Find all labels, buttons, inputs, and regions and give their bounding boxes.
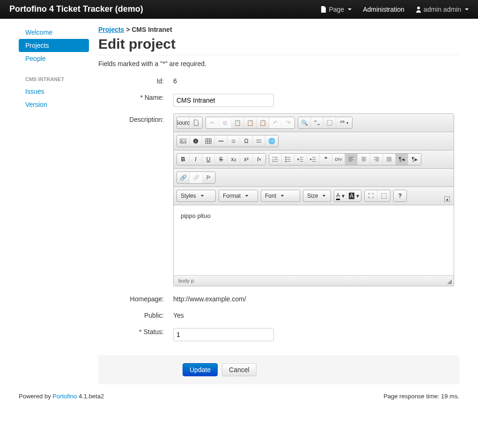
name-input[interactable]: [173, 94, 274, 107]
newpage-icon[interactable]: [190, 117, 202, 128]
maximize-icon[interactable]: ⛶: [365, 190, 377, 202]
hr-icon[interactable]: [215, 135, 228, 147]
svg-point-13: [285, 161, 287, 162]
footer: Powered by Portofino 4.1.beta2 Page resp…: [0, 384, 478, 408]
form-actions: Update Cancel: [98, 355, 459, 384]
sidebar-item-welcome[interactable]: Welcome: [19, 26, 89, 39]
portofino-link[interactable]: Portofino: [52, 393, 77, 400]
nav-user-dropdown[interactable]: admin admin: [416, 6, 469, 13]
brand: Portofino 4 Ticket Tracker (demo): [9, 4, 143, 14]
size-combo[interactable]: Size: [303, 190, 331, 202]
source-button[interactable]: Source: [177, 117, 190, 128]
page-title: Edit project: [98, 36, 459, 55]
bold-icon[interactable]: B: [177, 154, 190, 165]
caret-icon: [465, 8, 469, 10]
cancel-button[interactable]: Cancel: [222, 363, 257, 376]
paste-text-icon[interactable]: 📋: [244, 117, 257, 128]
anchor-icon[interactable]: 🏳: [202, 172, 215, 183]
blockquote-icon[interactable]: ❞: [320, 154, 332, 165]
response-time: Page response time: 19 ms.: [383, 393, 459, 400]
cut-icon[interactable]: ✂: [206, 117, 219, 128]
table-icon[interactable]: [202, 135, 215, 147]
unlink-icon[interactable]: 🔗̸: [190, 172, 202, 183]
editor-elements-path[interactable]: body p: [178, 278, 194, 284]
breadcrumb-current: CMS Intranet: [132, 26, 172, 33]
italic-icon[interactable]: I: [190, 154, 202, 165]
resize-handle-icon[interactable]: [447, 279, 452, 284]
replace-icon[interactable]: [311, 117, 324, 128]
outdent-icon[interactable]: [294, 154, 307, 165]
redo-icon[interactable]: ↷: [282, 117, 294, 128]
svg-point-12: [285, 159, 287, 160]
alignright-icon[interactable]: [370, 154, 383, 165]
nav-page-dropdown[interactable]: Page: [321, 6, 352, 13]
label-homepage: Homepage:: [98, 293, 173, 303]
pagebreak-icon[interactable]: [253, 135, 265, 147]
iframe-icon[interactable]: 🌐: [265, 135, 278, 147]
styles-combo[interactable]: Styles: [176, 190, 216, 202]
showblocks-icon[interactable]: [377, 190, 390, 202]
indent-icon[interactable]: [307, 154, 320, 165]
paste-icon[interactable]: 📋: [231, 117, 244, 128]
svg-rect-7: [206, 139, 211, 144]
flash-icon[interactable]: f: [190, 135, 202, 147]
numberlist-icon[interactable]: 123: [269, 154, 282, 165]
underline-icon[interactable]: U: [202, 154, 215, 165]
rich-text-editor: Source ✂ ⧉ 📋 📋 📋 ↶ ↷: [173, 113, 454, 286]
editor-status-bar: body p: [174, 276, 454, 286]
sidebar-section-header: CMS INTRANET: [19, 74, 89, 85]
sidebar: Welcome Projects People CMS INTRANET Iss…: [19, 26, 89, 384]
bulletlist-icon[interactable]: [282, 154, 294, 165]
format-combo[interactable]: Format: [219, 190, 258, 202]
smiley-icon[interactable]: ☺: [228, 135, 240, 147]
label-name: * Name:: [98, 91, 173, 101]
bgcolor-icon[interactable]: A▾: [347, 190, 361, 202]
rtl-icon[interactable]: ¶▸: [408, 154, 421, 165]
superscript-icon[interactable]: x²: [240, 154, 253, 165]
spellcheck-icon[interactable]: ᴬᴮ▾: [336, 117, 352, 128]
svg-text:f: f: [195, 140, 196, 143]
label-description: Description:: [98, 113, 173, 123]
specialchar-icon[interactable]: Ω: [240, 135, 253, 147]
value-id: 6: [173, 75, 459, 85]
sidebar-item-issues[interactable]: Issues: [19, 85, 89, 98]
svg-rect-2: [327, 120, 332, 126]
removeformat-icon[interactable]: I×: [253, 154, 265, 165]
sidebar-item-version[interactable]: Version: [19, 98, 89, 111]
label-public: Public:: [98, 309, 173, 319]
sidebar-item-projects[interactable]: Projects: [19, 39, 89, 52]
strike-icon[interactable]: S: [215, 154, 228, 165]
sidebar-item-people[interactable]: People: [19, 52, 89, 65]
font-combo[interactable]: Font: [261, 190, 300, 202]
alignjustify-icon[interactable]: [383, 154, 396, 165]
svg-text:3: 3: [272, 160, 274, 163]
selectall-icon[interactable]: [324, 117, 336, 128]
div-icon[interactable]: DIV: [332, 154, 345, 165]
paste-word-icon[interactable]: 📋: [257, 117, 269, 128]
value-homepage: http://www.example.com/: [173, 293, 459, 303]
status-input[interactable]: [173, 328, 274, 341]
svg-point-0: [417, 7, 420, 9]
find-icon[interactable]: 🔍: [298, 117, 311, 128]
subscript-icon[interactable]: x₂: [228, 154, 240, 165]
textcolor-icon[interactable]: A▾: [334, 190, 347, 202]
ltr-icon[interactable]: ¶◂: [396, 154, 408, 165]
breadcrumb-root[interactable]: Projects: [98, 26, 124, 33]
about-icon[interactable]: ?: [394, 190, 406, 202]
editor-content[interactable]: pippo pltuo: [174, 205, 454, 276]
user-icon: [416, 6, 421, 13]
nav-admin-link[interactable]: Administration: [363, 6, 404, 13]
toolbar-collapse-icon[interactable]: ▴: [444, 196, 450, 202]
update-button[interactable]: Update: [183, 363, 218, 376]
main-content: Projects > CMS Intranet Edit project Fie…: [98, 26, 459, 384]
label-status: * Status:: [98, 326, 173, 336]
image-icon[interactable]: [177, 135, 190, 147]
aligncenter-icon[interactable]: [358, 154, 370, 165]
link-icon[interactable]: 🔗: [177, 172, 190, 183]
undo-icon[interactable]: ↶: [269, 117, 282, 128]
caret-icon: [348, 8, 352, 10]
value-public: Yes: [173, 309, 459, 319]
copy-icon[interactable]: ⧉: [219, 117, 231, 128]
alignleft-icon[interactable]: [345, 154, 358, 165]
page-icon: [321, 6, 326, 13]
